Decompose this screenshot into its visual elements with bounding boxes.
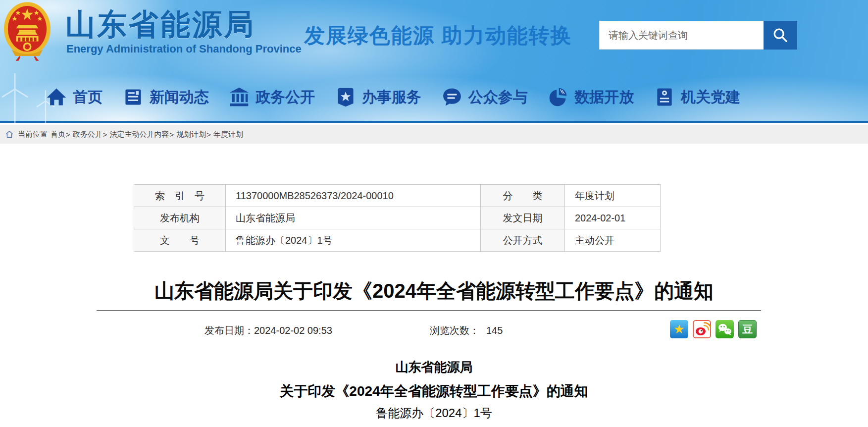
- doc-info-row: 发布机构 山东省能源局 发文日期 2024-02-01: [134, 207, 661, 229]
- disclosure-mode-label: 公开方式: [481, 229, 565, 252]
- nav-item-news[interactable]: 新闻动态: [122, 86, 209, 108]
- party-card-icon: [654, 86, 675, 108]
- nav-item-public-participation[interactable]: 公众参与: [441, 86, 528, 108]
- article-title: 山东省能源局关于印发《2024年全省能源转型工作要点》的通知: [0, 277, 868, 305]
- main-navigation: 首页 新闻动态 政务公开: [0, 82, 868, 112]
- weibo-logo: [693, 320, 711, 338]
- issue-date-label: 发文日期: [481, 207, 565, 229]
- wechat-logo: [715, 320, 734, 338]
- search-box: [599, 21, 797, 50]
- breadcrumb-item-statutory-disclosure[interactable]: 法定主动公开内容: [110, 130, 169, 139]
- breadcrumb-separator: >: [66, 130, 70, 139]
- breadcrumb-separator: >: [206, 130, 211, 139]
- news-icon: [122, 86, 144, 108]
- nav-item-gov-affairs[interactable]: 政务公开: [228, 86, 315, 108]
- doc-info-table: 索 引 号 11370000MB28526373/2024-00010 分 类 …: [134, 184, 661, 252]
- view-count-label: 浏览次数：: [430, 325, 479, 336]
- breadcrumb-item-gov-affairs[interactable]: 政务公开: [73, 130, 102, 139]
- issue-date-value: 2024-02-01: [565, 207, 661, 229]
- nav-item-label: 首页: [73, 87, 102, 107]
- douban-share-icon[interactable]: 豆: [738, 320, 757, 338]
- qzone-share-icon[interactable]: ★: [670, 320, 688, 338]
- share-bar: ★: [670, 320, 757, 338]
- issuing-agency-value: 山东省能源局: [226, 207, 481, 229]
- doc-number-value: 鲁能源办〔2024〕1号: [226, 229, 481, 252]
- nav-item-label: 数据开放: [574, 87, 634, 107]
- article-body-doc-number-line: 鲁能源办〔2024〕1号: [0, 405, 868, 421]
- doc-number-label: 文 号: [134, 229, 226, 252]
- site-title-english: Energy Administration of Shandong Provin…: [66, 43, 302, 55]
- nav-item-party-building[interactable]: 机关党建: [654, 86, 740, 108]
- nav-item-label: 公众参与: [468, 87, 528, 107]
- breadcrumb-item-annual-plan[interactable]: 年度计划: [213, 130, 243, 139]
- site-title: 山东省能源局: [65, 5, 255, 45]
- chat-bubble-icon: [441, 86, 463, 108]
- article-meta: 发布日期：2024-02-02 09:53 浏览次数：145 ★: [0, 320, 868, 339]
- nav-item-label: 办事服务: [362, 87, 421, 107]
- index-number-value: 11370000MB28526373/2024-00010: [226, 185, 481, 207]
- gov-building-icon: [228, 86, 250, 108]
- national-emblem-logo: [3, 1, 51, 62]
- doc-info-row: 索 引 号 11370000MB28526373/2024-00010 分 类 …: [134, 185, 661, 207]
- index-number-label: 索 引 号: [134, 185, 226, 207]
- breadcrumb-separator: >: [170, 130, 174, 139]
- nav-item-label: 政务公开: [255, 87, 315, 107]
- view-count-value: 145: [486, 325, 503, 336]
- nav-item-home[interactable]: 首页: [46, 86, 102, 108]
- nav-item-services[interactable]: 办事服务: [335, 86, 421, 108]
- douban-glyph: 豆: [742, 322, 753, 336]
- breadcrumb-item-home[interactable]: 首页: [51, 130, 65, 139]
- search-button[interactable]: [764, 21, 797, 50]
- category-value: 年度计划: [565, 185, 661, 207]
- wechat-share-icon[interactable]: [715, 320, 734, 338]
- site-header: 山东省能源局 Energy Administration of Shandong…: [0, 0, 868, 123]
- qzone-star-glyph: ★: [673, 322, 684, 336]
- category-label: 分 类: [481, 185, 565, 207]
- doc-info-row: 文 号 鲁能源办〔2024〕1号 公开方式 主动公开: [134, 229, 661, 252]
- breadcrumb: 当前位置 首页 > 政务公开 > 法定主动公开内容 > 规划计划 > 年度计划: [0, 125, 868, 144]
- publish-date-value: 2024-02-02 09:53: [254, 325, 332, 336]
- badge-star-icon: [335, 86, 357, 108]
- weibo-share-icon[interactable]: [693, 320, 711, 338]
- publish-date: 发布日期：2024-02-02 09:53: [204, 324, 332, 337]
- nav-item-label: 机关党建: [681, 87, 740, 107]
- publish-date-label: 发布日期：: [204, 325, 254, 336]
- article-body-title-line: 关于印发《2024年全省能源转型工作要点》的通知: [0, 382, 868, 401]
- search-input[interactable]: [599, 21, 764, 50]
- nav-item-label: 新闻动态: [150, 87, 209, 107]
- disclosure-mode-value: 主动公开: [565, 229, 661, 252]
- nav-item-open-data[interactable]: 数据开放: [547, 86, 634, 108]
- issuing-agency-label: 发布机构: [134, 207, 226, 229]
- title-divider: [97, 310, 761, 311]
- article-body-agency-line: 山东省能源局: [0, 359, 868, 376]
- home-icon: [46, 86, 67, 108]
- pie-chart-icon: [547, 86, 569, 108]
- view-count: 浏览次数：145: [430, 324, 503, 337]
- breadcrumb-home-icon: [5, 130, 14, 139]
- search-icon: [772, 27, 789, 44]
- site-slogan: 发展绿色能源 助力动能转换: [304, 22, 572, 50]
- breadcrumb-separator: >: [103, 130, 107, 139]
- breadcrumb-prefix: 当前位置: [18, 130, 48, 139]
- breadcrumb-item-plans[interactable]: 规划计划: [176, 130, 206, 139]
